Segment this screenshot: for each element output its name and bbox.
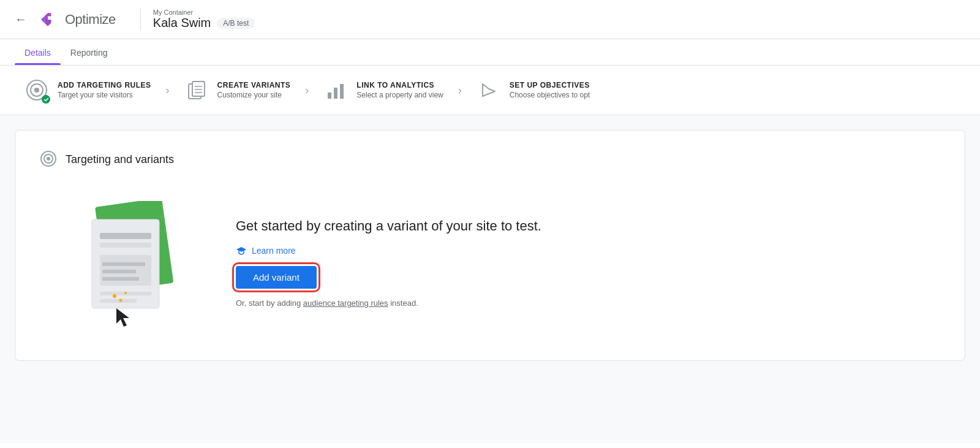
step-objectives-title: SET UP OBJECTIVES [510, 81, 590, 89]
alt-text: Or, start by adding audience targeting r… [236, 298, 541, 308]
card-header-icon [40, 150, 57, 169]
experiment-type-badge: A/B test [217, 18, 255, 29]
learn-more-label: Learn more [252, 246, 296, 256]
svg-rect-5 [192, 82, 205, 96]
card-title: Targeting and variants [66, 153, 174, 166]
svg-rect-10 [334, 88, 337, 99]
svg-point-28 [124, 292, 127, 294]
add-variant-button[interactable]: Add variant [236, 266, 317, 289]
step-analytics[interactable]: LINK TO ANALYTICS Select a property and … [323, 78, 443, 102]
app-header: ← Optimize My Container Kala Swim A/B te… [0, 0, 980, 39]
variant-illustration [64, 201, 187, 324]
promo-text: Get started by creating a variant of you… [236, 217, 541, 236]
svg-point-3 [34, 88, 39, 93]
step-targeting-text: ADD TARGETING RULES Target your site vis… [58, 81, 151, 99]
svg-rect-9 [328, 93, 331, 99]
chevron-2-icon: › [305, 84, 309, 97]
tab-reporting[interactable]: Reporting [61, 39, 118, 65]
app-logo: Optimize [37, 9, 116, 31]
step-targeting[interactable]: ADD TARGETING RULES Target your site vis… [24, 78, 151, 102]
step-analytics-text: LINK TO ANALYTICS Select a property and … [356, 81, 443, 99]
step-variants-text: CREATE VARIANTS Customize your site [217, 81, 291, 99]
svg-rect-21 [102, 262, 145, 266]
check-badge [42, 95, 50, 104]
targeting-variants-card: Targeting and variants [15, 130, 965, 361]
container-info: My Container Kala Swim A/B test [153, 9, 255, 30]
chevron-3-icon: › [458, 84, 462, 97]
svg-rect-11 [340, 84, 344, 99]
svg-point-14 [47, 157, 50, 161]
container-label: My Container [153, 9, 255, 16]
card-body: Get started by creating a variant of you… [40, 189, 940, 336]
header-divider [140, 9, 141, 31]
svg-marker-29 [116, 308, 129, 327]
step-objectives-text: SET UP OBJECTIVES Choose objectives to o… [510, 81, 590, 99]
card-header: Targeting and variants [40, 150, 940, 169]
steps-bar: ADD TARGETING RULES Target your site vis… [0, 66, 980, 115]
svg-point-26 [113, 294, 116, 298]
svg-rect-19 [100, 243, 151, 248]
variants-icon [184, 78, 209, 102]
step-objectives[interactable]: SET UP OBJECTIVES Choose objectives to o… [477, 78, 590, 102]
targeting-icon [24, 78, 49, 102]
svg-rect-23 [102, 277, 139, 281]
step-analytics-subtitle: Select a property and view [356, 91, 443, 99]
main-content: Targeting and variants [0, 115, 980, 443]
step-targeting-title: ADD TARGETING RULES [58, 81, 151, 89]
svg-rect-25 [100, 299, 137, 303]
audience-targeting-link[interactable]: audience targeting rules [303, 298, 388, 308]
back-button[interactable]: ← [15, 12, 27, 26]
step-variants-subtitle: Customize your site [217, 91, 291, 99]
step-targeting-subtitle: Target your site visitors [58, 91, 151, 99]
objectives-icon [477, 78, 501, 102]
learn-more-icon [236, 245, 247, 256]
svg-rect-18 [100, 233, 151, 239]
promo-content: Get started by creating a variant of you… [236, 217, 541, 308]
analytics-icon [323, 78, 348, 102]
learn-more-link[interactable]: Learn more [236, 245, 541, 256]
step-objectives-subtitle: Choose objectives to opt [510, 91, 590, 99]
optimize-logo-icon [37, 9, 59, 31]
svg-point-27 [119, 299, 123, 302]
step-variants-title: CREATE VARIANTS [217, 81, 291, 89]
experiment-name: Kala Swim [153, 16, 211, 30]
experiment-row: Kala Swim A/B test [153, 16, 255, 30]
tab-details[interactable]: Details [15, 39, 61, 65]
logo-text-label: Optimize [65, 12, 116, 28]
chevron-1-icon: › [166, 84, 170, 97]
step-analytics-title: LINK TO ANALYTICS [356, 81, 443, 89]
tabs-bar: Details Reporting [0, 39, 980, 66]
svg-rect-22 [102, 270, 136, 273]
step-variants[interactable]: CREATE VARIANTS Customize your site [184, 78, 291, 102]
